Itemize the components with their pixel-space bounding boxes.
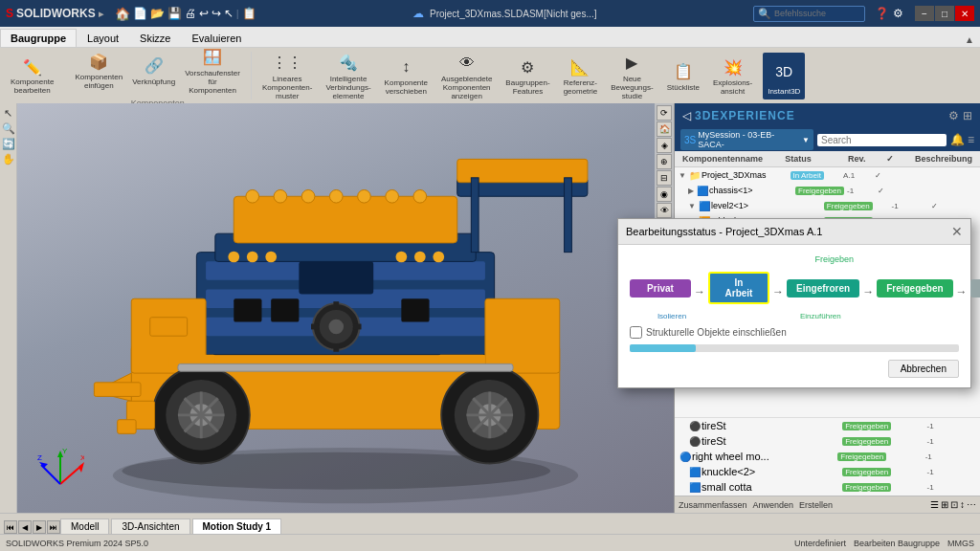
undo-icon[interactable]: ↩	[199, 7, 209, 20]
nav-next-btn[interactable]: ▶	[33, 520, 46, 534]
exp-search-input[interactable]	[817, 134, 947, 146]
redo-icon[interactable]: ↪	[212, 7, 221, 20]
maximize-button[interactable]: □	[935, 6, 954, 21]
wf-node-privat[interactable]: Privat	[630, 279, 691, 298]
col-name: Komponentenname	[680, 153, 783, 165]
edit-component-icon: ✏️	[21, 55, 44, 78]
rotate3d-btn[interactable]: ⟳	[657, 105, 672, 121]
expand-icon[interactable]: ⊞	[963, 109, 972, 122]
svg-point-29	[386, 189, 399, 203]
new-icon[interactable]: 📄	[133, 7, 147, 20]
tab-modell[interactable]: Modell	[60, 518, 109, 534]
home-view-btn[interactable]: 🏠	[657, 121, 672, 137]
btn-baugruppen[interactable]: ⚙ Baugruppen-Features	[502, 54, 552, 98]
select-icon[interactable]: ↖	[224, 7, 234, 20]
tab-motion-study[interactable]: Motion Study 1	[192, 518, 282, 534]
erstellen-label[interactable]: Erstellen	[799, 500, 833, 510]
btn-lineares-muster[interactable]: ⋮⋮ LinearesKomponenten-muster	[259, 50, 315, 102]
zoom-icon[interactable]: 🔍	[2, 122, 15, 135]
save-icon[interactable]: 💾	[167, 7, 182, 20]
btn-instant3d[interactable]: 3D Instant3D	[763, 53, 805, 99]
svg-text:Z: Z	[37, 453, 42, 462]
tree-row-knuckle[interactable]: 🟦 knuckle<2> Freigegeben -1	[675, 464, 980, 479]
separator1: |	[236, 8, 239, 19]
command-search-input[interactable]	[774, 9, 860, 18]
viewport[interactable]: Y X Z ⟳ 🏠 ◈ ⊕ ⊟ ◉ 👁 ☀ 🎨 🖼 ● 🖥	[17, 103, 674, 513]
wf-node-inarbeit[interactable]: In Arbeit	[708, 272, 769, 304]
minimize-button[interactable]: −	[915, 6, 934, 21]
tab-baugruppe[interactable]: Baugruppe	[0, 29, 77, 47]
col-desc: Beschreibung	[913, 153, 974, 165]
tree-row-project[interactable]: ▼ 📁 Project_3DXmas In Arbeit A.1 ✓	[675, 167, 980, 183]
settings-icon[interactable]: ⚙	[948, 109, 959, 122]
sort-icon[interactable]: ↕	[960, 499, 965, 510]
bell-icon[interactable]: 🔔	[950, 133, 965, 146]
zusammenfassen-label[interactable]: Zusammenfassen	[679, 500, 747, 510]
structural-checkbox[interactable]	[630, 326, 642, 339]
tree-row-rightwheel[interactable]: 🔵 right wheel mo... Freigegeben -1	[675, 449, 980, 464]
display-mode-btn[interactable]: ◉	[657, 187, 672, 202]
filter-icon[interactable]: ⊡	[950, 499, 958, 510]
open-icon[interactable]: 📂	[150, 7, 165, 20]
nav-first-btn[interactable]: ⏮	[4, 520, 17, 534]
pan-icon[interactable]: ✋	[2, 153, 15, 165]
menu-icon[interactable]: ≡	[968, 133, 974, 146]
btn-bewegung[interactable]: ▶ NeueBewegungs-studie	[608, 50, 656, 102]
options-icon[interactable]: ⚙	[893, 7, 903, 20]
wf-node-freigegeben[interactable]: Freigegeben	[877, 279, 952, 298]
tree-status-project: In Arbeit	[791, 171, 844, 180]
btn-explosion[interactable]: 💥 Explosions-ansicht	[710, 54, 755, 98]
btn-verschieben[interactable]: ↕ Komponenteverschieben	[382, 54, 431, 98]
tree-row-chassis[interactable]: ▶ 🟦 chassis<1> Freigegeben -1 ✓	[675, 183, 980, 198]
tree-row-tirest2[interactable]: ⚫ tireSt Freigegeben -1	[675, 433, 980, 449]
session-label[interactable]: 3S MySession - 03-EB-SACA- ▼	[680, 129, 813, 150]
btn-verknuepfung[interactable]: 🔗 Verknüpfung	[129, 53, 178, 88]
svg-point-66	[414, 252, 426, 263]
list-icon[interactable]: ☰	[930, 499, 939, 510]
more-icon[interactable]: ⋯	[967, 499, 976, 510]
wheel-icon: 🔵	[679, 450, 692, 463]
tab-evaluieren[interactable]: Evaluieren	[182, 29, 253, 47]
btn-verbindung[interactable]: 🔩 IntelligenteVerbindungs-elemente	[323, 50, 373, 102]
hide-show-btn[interactable]: 👁	[657, 203, 672, 218]
command-search[interactable]: 🔍	[753, 6, 865, 22]
arrow-icon[interactable]: ↖	[4, 107, 12, 120]
einzufuehren-label[interactable]: Einzuführen	[800, 312, 841, 320]
zoom-fit-btn[interactable]: ⊕	[657, 154, 672, 169]
btn-label-bom: Stückliste	[667, 83, 700, 92]
tree-row-level2[interactable]: ▼ 🟦 level2<1> Freigegeben -1 ✓	[675, 198, 980, 213]
wf-node-veraltet[interactable]: Veraltet	[970, 279, 980, 298]
grid-icon[interactable]: ⊞	[941, 499, 948, 510]
section-btn[interactable]: ⊟	[657, 170, 672, 186]
btn-komponente-bearbeiten[interactable]: ✏️ Komponentebearbeiten	[8, 54, 56, 98]
nav-last-btn[interactable]: ⏭	[47, 520, 60, 534]
wf-node-eingefroren[interactable]: Eingefroren	[787, 279, 859, 298]
tree-row-smallcotta[interactable]: 🟦 small cotta Freigegeben -1	[675, 479, 980, 495]
ribbon-collapse-btn[interactable]: ▲	[959, 33, 980, 47]
close-button[interactable]: ✕	[955, 6, 974, 21]
view-settings-btn[interactable]: ◈	[657, 138, 672, 153]
file-icon2[interactable]: 📋	[242, 7, 256, 20]
app-logo: S SOLIDWORKS ▸	[6, 7, 103, 20]
btn-ausgeblendete[interactable]: 👁 AusgeblendeteKomponentenanzeigen	[438, 50, 495, 102]
isolieren-label[interactable]: Isolieren	[657, 312, 686, 320]
cancel-button[interactable]: Abbrechen	[888, 360, 959, 378]
tree-name-knuckle: knuckle<2>	[702, 466, 842, 477]
btn-referenz[interactable]: 📐 Referenz-geometrie	[561, 54, 601, 98]
svg-rect-70	[401, 298, 429, 321]
home-icon[interactable]: 🏠	[115, 7, 130, 21]
rotate-icon[interactable]: 🔄	[2, 138, 15, 150]
tab-layout[interactable]: Layout	[77, 29, 129, 47]
tab-skizze[interactable]: Skizze	[129, 29, 181, 47]
print-icon[interactable]: 🖨	[185, 7, 196, 20]
exp-collapse-icon[interactable]: ◁	[682, 109, 691, 122]
btn-vorschau[interactable]: 🪟 VorschaufensterfürKomponenten	[182, 48, 243, 97]
btn-einfuegen[interactable]: 📦 Komponenteneinfügen	[72, 48, 125, 92]
tree-row-tirest1[interactable]: ⚫ tireSt Freigegeben -1	[675, 418, 980, 433]
modal-close-icon[interactable]: ✕	[951, 224, 963, 239]
btn-stueckliste[interactable]: 📋 Stückliste	[664, 58, 702, 94]
anwenden-label[interactable]: Anwenden	[753, 500, 794, 510]
tab-3d-ansichten[interactable]: 3D-Ansichten	[111, 518, 189, 534]
nav-prev-btn[interactable]: ◀	[18, 520, 32, 534]
question-icon[interactable]: ❓	[875, 7, 889, 20]
